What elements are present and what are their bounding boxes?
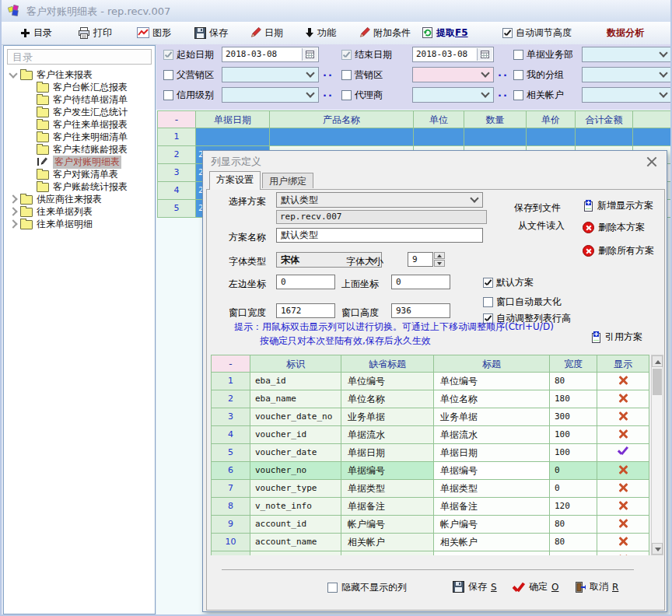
dt-row[interactable]: 4 voucher_id 单据流水 单据流水 100 — [211, 426, 649, 444]
toolbar-extract-button[interactable]: 提取F5 — [422, 26, 468, 40]
tree-item[interactable]: 客户往来明细清单 — [37, 131, 128, 143]
dt-row-clipped[interactable] — [211, 551, 649, 555]
end-date-checkbox[interactable]: 结束日期 — [341, 48, 392, 61]
agent-dropdown[interactable] — [412, 87, 494, 103]
dept-dropdown[interactable] — [582, 47, 672, 62]
toolbar-date-button[interactable]: 日期 — [249, 26, 283, 40]
table-scrollbar[interactable] — [651, 355, 663, 555]
save-to-file-button[interactable]: 保存到文件 — [514, 201, 561, 215]
spinner-down-icon[interactable] — [434, 260, 445, 267]
parent-region-dropdown[interactable] — [222, 67, 319, 82]
chevron-right-icon[interactable] — [9, 207, 17, 215]
visibility-mark-icon[interactable] — [618, 375, 628, 386]
scrollbar-thumb[interactable] — [653, 369, 662, 395]
toolbar-auto-height-checkbox[interactable]: 自动调节高度 — [502, 26, 572, 40]
start-date-input[interactable]: 2018-03-08 — [222, 47, 319, 62]
top-coord-input[interactable]: 0 — [391, 275, 450, 289]
cancel-button[interactable]: 取消R — [575, 580, 618, 593]
plan-name-input[interactable]: 默认类型 — [276, 228, 483, 243]
dt-row[interactable]: 10 account_name 相关帐户 相关帐户 80 — [211, 534, 649, 551]
grid-row-selected[interactable]: 1 — [157, 128, 672, 146]
tab-plan-settings[interactable]: 方案设置 — [209, 171, 261, 190]
toolbar-chart-button[interactable]: 图形 — [137, 26, 171, 40]
add-display-plan-button[interactable]: 新增显示方案 — [583, 199, 653, 212]
save-button[interactable]: 保存S — [453, 580, 497, 593]
reference-plan-button[interactable]: 引用方案 — [590, 331, 642, 344]
my-group-dropdown[interactable] — [582, 67, 672, 82]
visibility-mark-icon[interactable] — [618, 500, 628, 511]
tree-item[interactable]: 客户往来单据报表 — [37, 118, 128, 131]
dt-row[interactable]: 3 voucher_date_no 业务单据 业务单据 300 — [211, 408, 649, 426]
spinner-up-icon[interactable] — [434, 252, 445, 259]
parent-region-checkbox[interactable]: 父营销区 — [163, 68, 214, 81]
credit-level-dropdown[interactable] — [222, 87, 319, 103]
tree-item[interactable]: 客户台帐汇总报表 — [37, 81, 128, 93]
visibility-mark-icon[interactable] — [618, 411, 628, 422]
scroll-up-icon[interactable] — [652, 355, 663, 367]
tree-item-voucher-detail[interactable]: 往来单据明细 — [10, 218, 93, 230]
tree-item[interactable]: 客户待结单据清单 — [37, 93, 128, 106]
tree-item-root[interactable]: 客户往来报表 — [10, 68, 93, 81]
toolbar-print-button[interactable]: 打印 — [78, 26, 112, 40]
visibility-mark-icon[interactable] — [618, 446, 628, 457]
ok-button[interactable]: 确定O — [513, 580, 558, 593]
dt-row[interactable]: 2 eba_name 单位名称 单位名称 180 — [211, 390, 649, 408]
end-date-input[interactable]: 2018-03-08 — [412, 47, 494, 62]
tab-user-binding[interactable]: 用户绑定 — [262, 173, 313, 188]
tree-item-selected[interactable]: 客户对账明细表 — [37, 156, 121, 168]
region-checkbox[interactable]: 营销区 — [341, 68, 383, 81]
calendar-icon[interactable] — [477, 48, 492, 61]
close-icon[interactable] — [646, 156, 657, 166]
toolbar-data-analysis-button[interactable]: 数据分析 — [607, 26, 644, 40]
font-size-input[interactable]: 9 — [408, 252, 433, 267]
toolbar-function-button[interactable]: 功能 — [305, 26, 336, 40]
hide-hidden-columns-checkbox[interactable]: 隐藏不显示的列 — [327, 581, 407, 594]
dt-row[interactable]: 1 eba_id 单位编号 单位编号 80 — [211, 373, 649, 390]
tree-item[interactable]: 客户发生汇总统计 — [37, 106, 128, 118]
left-coord-input[interactable]: 0 — [276, 275, 335, 289]
visibility-mark-icon[interactable] — [618, 518, 628, 529]
dt-row[interactable]: 9 account_id 帐户编号 帐户编号 80 — [211, 516, 649, 534]
dt-row[interactable]: 7 voucher_type 单据类型 单据类型 0 — [211, 480, 649, 498]
account-dropdown[interactable] — [582, 87, 672, 103]
plus-icon — [20, 28, 30, 38]
visibility-mark-icon[interactable] — [618, 429, 628, 439]
select-plan-dropdown[interactable]: 默认类型 — [276, 192, 483, 208]
read-from-file-button[interactable]: 从文件读入 — [518, 219, 565, 233]
tree-item[interactable]: 客户未结账龄报表 — [37, 143, 128, 156]
calendar-icon[interactable] — [302, 48, 317, 61]
visibility-mark-icon[interactable] — [618, 554, 628, 555]
toolbar-save-button[interactable]: 保存 — [194, 26, 228, 40]
tree-item-voucher-list[interactable]: 往来单据列表 — [10, 205, 93, 218]
visibility-mark-icon[interactable] — [618, 464, 628, 475]
auto-maximize-checkbox[interactable]: 窗口自动最大化 — [483, 296, 562, 308]
tree-item[interactable]: 客户账龄统计报表 — [37, 180, 128, 193]
window-width-label: 窗口宽度 — [229, 306, 266, 320]
tree-item-suppliers[interactable]: 供应商往来报表 — [10, 193, 102, 205]
dt-row[interactable]: 8 v_note_info 单据备注 单据备注 120 — [211, 498, 649, 516]
region-dropdown[interactable] — [412, 67, 494, 82]
delete-all-plans-button[interactable]: 删除所有方案 — [583, 244, 654, 257]
chevron-right-icon[interactable] — [9, 194, 17, 203]
visibility-mark-icon[interactable] — [618, 482, 628, 493]
chevron-down-icon[interactable] — [9, 69, 17, 78]
visibility-mark-icon[interactable] — [618, 536, 628, 547]
window-width-input[interactable]: 1672 — [276, 303, 335, 318]
my-group-checkbox[interactable]: 我的分组 — [513, 68, 564, 81]
account-checkbox[interactable]: 相关帐户 — [513, 89, 564, 101]
start-date-checkbox[interactable]: 起始日期 — [163, 48, 214, 61]
window-height-input[interactable]: 936 — [391, 303, 450, 318]
visibility-mark-icon[interactable] — [618, 393, 628, 404]
scroll-down-icon[interactable] — [652, 543, 663, 555]
delete-plan-button[interactable]: 删除本方案 — [583, 221, 645, 234]
toolbar-extra-condition-button[interactable]: 附加条件 — [358, 26, 411, 40]
agent-checkbox[interactable]: 代理商 — [341, 89, 383, 101]
default-plan-checkbox[interactable]: 默认方案 — [483, 276, 534, 289]
dt-row[interactable]: 5 voucher_date 单据日期 单据日期 100 — [211, 444, 649, 462]
chevron-right-icon[interactable] — [9, 219, 17, 228]
dept-checkbox[interactable]: 单据业务部 — [513, 48, 573, 61]
credit-level-checkbox[interactable]: 信用级别 — [163, 89, 214, 101]
toolbar-catalog-button[interactable]: 目录 — [20, 26, 52, 40]
tree-item[interactable]: 客户对账清单表 — [37, 168, 118, 180]
dt-row-selected[interactable]: 6 voucher_no 单据编号 单据编号 0 — [211, 462, 649, 480]
